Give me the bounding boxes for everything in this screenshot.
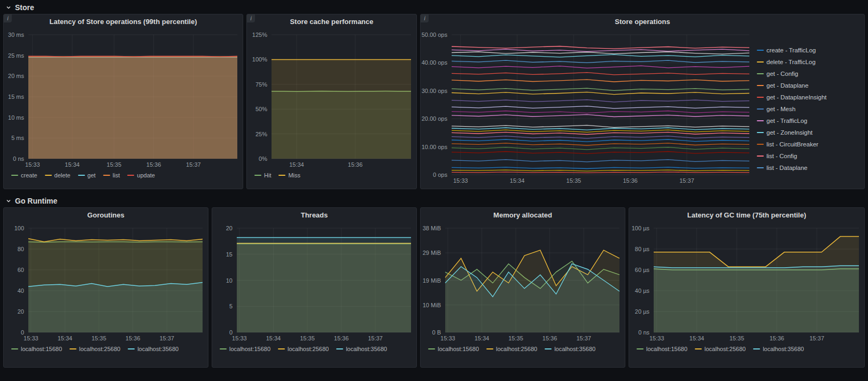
legend-label: get - Dataplane bbox=[766, 82, 809, 89]
x-tick-label: 15:34 bbox=[58, 335, 73, 341]
y-tick-label: 75% bbox=[255, 81, 267, 88]
chart-canvas: 15:3415:360%25%50%75%100%125% bbox=[247, 29, 416, 169]
legend-item[interactable]: localhost:15680 bbox=[220, 346, 270, 352]
legend-label: get - ZoneInsight bbox=[766, 129, 812, 136]
series-fill bbox=[654, 266, 859, 332]
legend-color-marker bbox=[69, 348, 76, 349]
panel-title: Latency of Store operations (99th percen… bbox=[4, 14, 243, 29]
legend-item[interactable]: update bbox=[127, 172, 155, 178]
legend-label: localhost:35680 bbox=[346, 346, 387, 352]
legend-label: localhost:15680 bbox=[21, 346, 62, 352]
legend-item[interactable]: localhost:25680 bbox=[278, 346, 329, 352]
legend-label: create - TrafficLog bbox=[766, 47, 816, 53]
legend-item[interactable]: localhost:25680 bbox=[486, 346, 537, 352]
legend-label: localhost:25680 bbox=[79, 346, 120, 352]
legend-item[interactable]: localhost:35680 bbox=[545, 346, 595, 352]
x-tick-label: 15:35 bbox=[508, 335, 523, 341]
legend-item[interactable]: get - Dataplane bbox=[757, 82, 859, 89]
legend-color-marker bbox=[428, 348, 435, 349]
legend-item[interactable]: localhost:15680 bbox=[428, 346, 479, 352]
y-tick-label: 80 µs bbox=[635, 246, 650, 252]
x-tick-label: 15:35 bbox=[107, 161, 122, 168]
info-icon[interactable]: i bbox=[421, 14, 429, 22]
legend-item[interactable]: localhost:35680 bbox=[753, 346, 804, 352]
legend-item[interactable]: list bbox=[103, 172, 120, 178]
legend-item[interactable]: get - Mesh bbox=[757, 106, 859, 112]
y-tick-label: 50.00 ops bbox=[422, 32, 448, 38]
x-tick-label: 15:36 bbox=[770, 335, 785, 341]
panel-store-operations: i Store operations 15:3315:3415:3515:361… bbox=[420, 14, 865, 189]
series-fill bbox=[272, 59, 411, 159]
y-tick-label: 0 B bbox=[432, 329, 441, 336]
legend-item[interactable]: list - Dataplane bbox=[757, 165, 859, 171]
y-tick-label: 10 MiB bbox=[423, 302, 441, 308]
y-tick-label: 0 bbox=[229, 329, 232, 336]
legend-item[interactable]: localhost:35680 bbox=[336, 346, 387, 352]
legend-color-marker bbox=[11, 175, 18, 176]
x-tick-label: 15:34 bbox=[475, 335, 490, 341]
series-line bbox=[452, 170, 749, 171]
section-header-store[interactable]: Store bbox=[0, 0, 868, 14]
y-tick-label: 20 bbox=[18, 308, 24, 315]
legend-color-marker bbox=[45, 175, 52, 176]
y-tick-label: 0 bbox=[21, 329, 24, 336]
legend-item[interactable]: localhost:15680 bbox=[637, 346, 687, 352]
panel-latency-store-operations: i Latency of Store operations (99th perc… bbox=[3, 14, 243, 189]
legend-item[interactable]: create - TrafficLog bbox=[757, 47, 859, 53]
legend-label: localhost:25680 bbox=[288, 346, 329, 352]
legend-label: localhost:35680 bbox=[137, 346, 179, 352]
legend-label: delete bbox=[55, 172, 71, 178]
y-tick-label: 20 µs bbox=[635, 308, 650, 315]
legend-label: localhost:15680 bbox=[646, 346, 687, 352]
legend-color-marker bbox=[757, 132, 764, 133]
series-line bbox=[452, 73, 749, 75]
panel-title: Memory allocated bbox=[421, 208, 625, 223]
legend-item[interactable]: create bbox=[11, 172, 37, 178]
x-tick-label: 15:37 bbox=[368, 335, 383, 341]
legend-item[interactable]: localhost:35680 bbox=[128, 346, 179, 352]
series-line bbox=[452, 80, 749, 82]
section-header-go-runtime[interactable]: Go Runtime bbox=[0, 193, 868, 207]
info-icon[interactable]: i bbox=[247, 14, 255, 22]
legend-item[interactable]: get - TrafficLog bbox=[757, 118, 859, 124]
info-icon[interactable]: i bbox=[4, 14, 12, 22]
legend-item[interactable]: list - CircuitBreaker bbox=[757, 141, 859, 147]
series-line bbox=[452, 130, 749, 132]
legend-label: list bbox=[113, 172, 120, 178]
legend-color-marker bbox=[757, 85, 764, 86]
legend-item[interactable]: get - Config bbox=[757, 71, 859, 77]
series-line bbox=[452, 106, 749, 108]
x-tick-label: 15:33 bbox=[649, 335, 664, 341]
legend-item[interactable]: Miss bbox=[278, 172, 300, 178]
legend-color-marker bbox=[336, 348, 343, 349]
legend-color-marker bbox=[757, 120, 764, 121]
x-tick-label: 15:37 bbox=[186, 161, 201, 168]
series-line bbox=[452, 147, 749, 150]
legend-item[interactable]: Hit bbox=[254, 172, 271, 178]
legend-label: get bbox=[88, 172, 96, 178]
legend-label: Hit bbox=[264, 172, 271, 178]
legend-item[interactable]: get bbox=[78, 172, 96, 178]
legend-item[interactable]: localhost:25680 bbox=[695, 346, 746, 352]
x-tick-label: 15:35 bbox=[300, 335, 315, 341]
y-tick-label: 50% bbox=[255, 106, 267, 112]
legend-item[interactable]: list - Config bbox=[757, 153, 859, 159]
legend-label: localhost:15680 bbox=[438, 346, 479, 352]
y-tick-label: 60 µs bbox=[635, 267, 650, 273]
legend-item[interactable]: delete - TrafficLog bbox=[757, 59, 859, 65]
x-tick-label: 15:36 bbox=[542, 335, 557, 341]
series-line bbox=[452, 111, 749, 113]
legend: localhost:15680localhost:25680localhost:… bbox=[212, 343, 416, 355]
y-tick-label: 100% bbox=[252, 56, 267, 63]
legend-item[interactable]: delete bbox=[45, 172, 71, 178]
legend-item[interactable]: get - ZoneInsight bbox=[757, 129, 859, 136]
panel-store-cache-performance: i Store cache performance 15:3415:360%25… bbox=[246, 14, 417, 189]
legend-item[interactable]: get - DataplaneInsight bbox=[757, 94, 859, 100]
legend-item[interactable]: localhost:25680 bbox=[69, 346, 120, 352]
legend-right: create - TrafficLogdelete - TrafficLogge… bbox=[755, 29, 864, 189]
legend-item[interactable]: localhost:15680 bbox=[11, 346, 62, 352]
x-tick-label: 15:37 bbox=[576, 335, 591, 341]
legend-color-marker bbox=[278, 175, 285, 176]
legend-color-marker bbox=[545, 348, 552, 349]
y-tick-label: 29 MiB bbox=[423, 250, 441, 256]
